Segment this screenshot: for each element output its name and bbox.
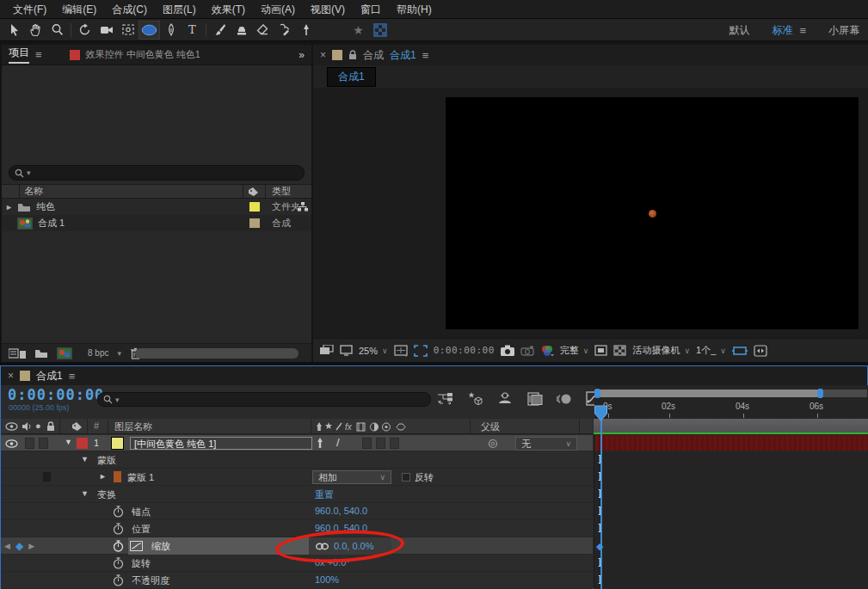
video-column-eye-icon[interactable] bbox=[5, 422, 18, 431]
viewer-tab-comp-name[interactable]: 合成1 bbox=[390, 48, 416, 63]
frame-blending-icon[interactable] bbox=[527, 392, 543, 406]
effect-switch[interactable] bbox=[362, 438, 372, 449]
time-ruler-zone[interactable]: 0s 02s 04s 06s bbox=[594, 385, 868, 420]
stopwatch-icon[interactable] bbox=[113, 574, 124, 586]
menu-composition[interactable]: 合成(C) bbox=[104, 0, 155, 19]
zoom-tool-icon[interactable] bbox=[46, 21, 68, 40]
switches-column-icons[interactable]: fx bbox=[316, 421, 419, 432]
type-tool-icon[interactable]: T bbox=[182, 21, 203, 40]
position-row[interactable]: 位置 960.0, 540.0 bbox=[1, 520, 593, 537]
next-keyframe-icon[interactable]: ▶ bbox=[28, 542, 34, 550]
layer-quality-switch[interactable]: / bbox=[336, 436, 340, 449]
new-composition-icon[interactable] bbox=[57, 347, 72, 359]
stopwatch-icon[interactable] bbox=[113, 523, 124, 535]
property-value[interactable]: 960.0, 540.0 bbox=[315, 523, 367, 533]
column-type[interactable]: 类型 bbox=[272, 185, 291, 198]
tab-project[interactable]: 项目 bbox=[9, 46, 29, 64]
audio-column-speaker-icon[interactable] bbox=[22, 421, 32, 432]
view-camera-dropdown[interactable]: 活动摄像机∨ bbox=[632, 344, 690, 357]
mini-flowchart-icon[interactable] bbox=[436, 392, 453, 406]
column-number[interactable]: # bbox=[94, 420, 99, 431]
transform-group-row[interactable]: ▼ 变换 重置 bbox=[1, 486, 593, 503]
add-keyframe-icon[interactable]: ◆ bbox=[15, 540, 23, 552]
target-region-icon[interactable] bbox=[594, 345, 607, 356]
brush-tool-icon[interactable] bbox=[209, 21, 231, 40]
always-preview-icon[interactable] bbox=[320, 345, 334, 356]
roto-brush-tool-icon[interactable] bbox=[274, 21, 295, 40]
hand-tool-icon[interactable] bbox=[25, 21, 46, 40]
menu-file[interactable]: 文件(F) bbox=[5, 0, 54, 19]
pen-tool-icon[interactable] bbox=[160, 21, 182, 40]
parent-dropdown[interactable]: 无∨ bbox=[515, 437, 577, 451]
work-area-bar[interactable] bbox=[594, 390, 822, 397]
lock-icon[interactable] bbox=[348, 50, 357, 60]
pixel-aspect-correction-icon[interactable] bbox=[754, 345, 767, 357]
audio-toggle[interactable] bbox=[25, 438, 34, 449]
mask1-row[interactable]: ► 蒙版 1 相加∨ 反转 bbox=[1, 469, 593, 486]
transform-reset-link[interactable]: 重置 bbox=[315, 488, 334, 501]
project-row-comp1[interactable]: 合成 1 合成 bbox=[2, 215, 311, 231]
masks-group-row[interactable]: ▼ 蒙版 bbox=[1, 451, 593, 469]
menu-effect[interactable]: 效果(T) bbox=[204, 0, 253, 19]
property-value[interactable]: 0x +0.0° bbox=[315, 557, 350, 568]
shared-view-options-icon[interactable] bbox=[732, 345, 748, 357]
playhead-line[interactable] bbox=[600, 420, 602, 589]
eraser-tool-icon[interactable] bbox=[252, 21, 274, 40]
time-ruler[interactable]: 0s 02s 04s 06s bbox=[594, 399, 868, 416]
tab-overflow-chevron-icon[interactable]: » bbox=[299, 49, 305, 61]
tab-effect-controls[interactable]: 效果控件 中间色黄色 纯色1 bbox=[86, 48, 200, 61]
parent-pickwhip-icon[interactable] bbox=[488, 439, 498, 449]
show-channels-rgb-icon[interactable] bbox=[540, 345, 554, 357]
search-options-chevron-icon[interactable]: ▾ bbox=[27, 169, 31, 177]
mask-invert-checkbox[interactable] bbox=[402, 473, 410, 482]
property-value[interactable]: 960.0, 540.0 bbox=[315, 506, 367, 516]
solid-color-thumbnail[interactable] bbox=[111, 437, 124, 450]
column-parent[interactable]: 父级 bbox=[481, 420, 500, 433]
property-value[interactable]: 100% bbox=[315, 574, 339, 585]
menu-edit[interactable]: 编辑(E) bbox=[54, 0, 104, 19]
show-snapshot-icon[interactable] bbox=[520, 345, 534, 356]
motion-blur-icon[interactable] bbox=[557, 393, 572, 405]
search-options-chevron-icon[interactable]: ▾ bbox=[115, 396, 120, 404]
workspace-standard[interactable]: 标准≡ bbox=[772, 23, 806, 38]
lock-column-icon[interactable] bbox=[46, 421, 55, 432]
timeline-tab-name[interactable]: 合成1 bbox=[36, 369, 63, 383]
rotation-tool-icon[interactable] bbox=[74, 21, 95, 40]
layer-row[interactable]: ▼ 1 [中间色黄色 纯色 1] / 无∨ bbox=[1, 435, 593, 451]
ellipse-tool-icon[interactable] bbox=[139, 21, 160, 40]
project-row-solids[interactable]: ► 纯色 文件夹 bbox=[2, 199, 311, 215]
prev-keyframe-icon[interactable]: ◀ bbox=[4, 542, 10, 550]
layer-label-swatch[interactable] bbox=[77, 438, 88, 449]
bpc-button[interactable]: 8 bpc bbox=[88, 348, 108, 358]
resolution-dropdown[interactable]: 完整∨ bbox=[560, 344, 589, 357]
menu-animation[interactable]: 动画(A) bbox=[253, 0, 303, 19]
clone-stamp-tool-icon[interactable] bbox=[231, 21, 252, 40]
timeline-search-input[interactable]: ▾ bbox=[97, 392, 431, 407]
opacity-row[interactable]: 不透明度 100% bbox=[1, 572, 593, 589]
work-area-end-handle[interactable] bbox=[817, 389, 823, 398]
viewer-timecode[interactable]: 0:00:00:00 bbox=[434, 345, 495, 356]
group-expand-icon[interactable]: ▼ bbox=[81, 455, 89, 463]
solo-column-icon[interactable]: ● bbox=[35, 420, 41, 431]
layer-av-switch-icon[interactable] bbox=[317, 438, 323, 449]
transparency-grid-icon[interactable] bbox=[613, 345, 626, 356]
timeline-panel-menu-icon[interactable]: ≡ bbox=[69, 370, 76, 383]
workspace-menu-icon[interactable]: ≡ bbox=[799, 24, 806, 37]
rotation-row[interactable]: 旋转 0x +0.0° bbox=[1, 555, 593, 572]
shy-layers-icon[interactable] bbox=[496, 392, 514, 405]
graph-toggle-icon[interactable] bbox=[130, 541, 143, 551]
motion-blur-checker-icon[interactable] bbox=[369, 21, 391, 40]
layer-name[interactable]: [中间色黄色 纯色 1] bbox=[130, 437, 312, 450]
mask-visibility-toggle[interactable] bbox=[42, 471, 52, 482]
mask-mode-dropdown[interactable]: 相加∨ bbox=[312, 470, 391, 484]
view-layout-dropdown[interactable]: 1个_∨ bbox=[696, 344, 726, 357]
layer-visibility-eye-icon[interactable] bbox=[5, 439, 18, 448]
menu-help[interactable]: 帮助(H) bbox=[389, 0, 440, 19]
mask-expand-icon[interactable]: ► bbox=[99, 472, 107, 481]
property-value[interactable]: 0.0, 0.0% bbox=[334, 541, 373, 551]
motion-blur-switch[interactable] bbox=[376, 438, 385, 449]
selection-tool-icon[interactable] bbox=[3, 21, 25, 40]
menu-view[interactable]: 视图(V) bbox=[303, 0, 353, 19]
project-panel-menu-icon[interactable]: ≡ bbox=[35, 48, 42, 61]
label-color-swatch[interactable] bbox=[249, 218, 260, 228]
